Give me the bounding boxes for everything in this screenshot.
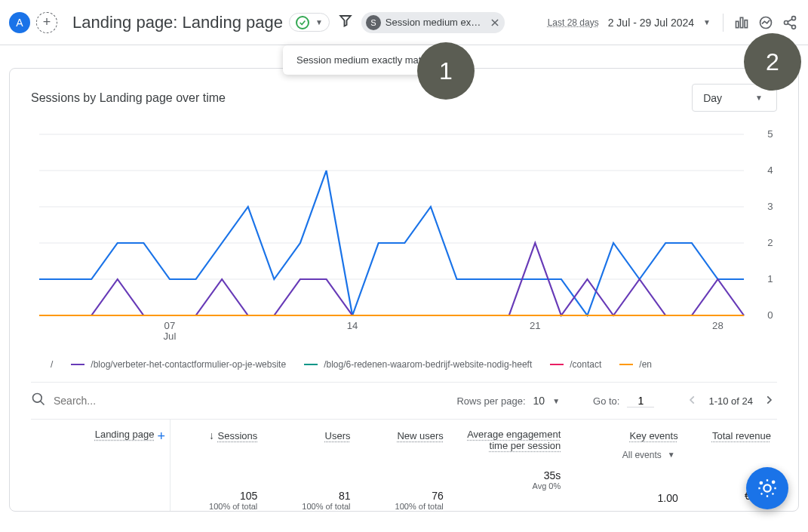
filter-chip-badge: S [366, 15, 381, 30]
divider [723, 14, 724, 32]
data-table: Landing page + ↓ Sessions105100% of tota… [31, 420, 777, 511]
assistant-fab[interactable] [746, 467, 788, 509]
legend-item[interactable]: /blog/verbeter-het-contactformulier-op-j… [71, 359, 286, 370]
page-title: Landing page: Landing page [72, 13, 283, 32]
svg-text:0: 0 [767, 311, 773, 321]
svg-text:21: 21 [530, 321, 541, 331]
add-dimension-button[interactable]: + [157, 429, 165, 444]
metric-column: ↓ Sessions105100% of total [171, 420, 263, 511]
metric-column: Key eventsAll events ▼1.00 [567, 420, 684, 511]
next-page-button[interactable] [760, 393, 777, 409]
column-header[interactable]: Total revenue [712, 430, 771, 441]
close-icon[interactable] [490, 17, 500, 28]
svg-point-32 [773, 481, 774, 483]
metric-column: Average engagement time per session35sAv… [450, 420, 567, 511]
column-header[interactable]: Average engagement time per session [456, 429, 561, 451]
chart-card: Sessions by Landing page over time Day ▼… [9, 68, 799, 512]
table-controls: Rows per page: 10 ▼ Go to: 1-10 of 24 [31, 383, 777, 420]
svg-text:3: 3 [767, 202, 773, 212]
svg-text:14: 14 [347, 321, 358, 331]
add-comparison-button[interactable]: + [36, 12, 57, 33]
annotation-marker-2: 2 [744, 33, 801, 91]
svg-rect-4 [740, 17, 742, 27]
filter-icon[interactable] [339, 14, 352, 31]
search-input[interactable] [54, 395, 204, 407]
total-value: 76 [363, 490, 444, 502]
total-value: 81 [269, 490, 350, 502]
annotation-marker-1: 1 [417, 42, 475, 100]
filter-chip-label: Session medium exact... [386, 17, 485, 28]
status-badge[interactable]: ▼ [289, 13, 330, 32]
customize-icon[interactable] [733, 14, 751, 32]
svg-marker-0 [340, 16, 351, 26]
chevron-down-icon[interactable]: ▼ [700, 15, 714, 29]
svg-text:5: 5 [767, 130, 773, 140]
total-value: 35s [456, 469, 561, 481]
share-icon[interactable] [781, 14, 799, 32]
svg-line-10 [788, 19, 792, 21]
column-header[interactable]: New users [397, 430, 443, 441]
page-header: A + Landing page: Landing page ▼ S Sessi… [0, 0, 808, 45]
chart-title: Sessions by Landing page over time [31, 91, 226, 105]
page-info: 1-10 of 24 [708, 395, 753, 407]
svg-point-33 [760, 482, 762, 484]
total-sub: Avg 0% [456, 481, 561, 490]
rows-per-page-select[interactable]: 10 ▼ [533, 394, 563, 408]
column-sub-select[interactable]: All events ▼ [573, 447, 677, 462]
search-icon[interactable] [31, 392, 46, 410]
dimension-header[interactable]: Landing page [95, 429, 155, 440]
svg-point-9 [792, 25, 796, 29]
legend-item[interactable]: /en [619, 359, 652, 370]
svg-text:4: 4 [767, 166, 773, 176]
total-value: 1.00 [573, 492, 677, 504]
svg-rect-3 [736, 21, 739, 27]
total-value: 105 [177, 490, 257, 502]
sort-arrow-icon: ↓ [209, 429, 214, 441]
svg-point-7 [792, 16, 796, 20]
svg-text:2: 2 [767, 238, 773, 248]
date-range-value[interactable]: 2 Jul - 29 Jul 2024 [608, 17, 694, 29]
metric-column: Users81100% of total [263, 420, 356, 511]
svg-text:07: 07 [164, 321, 176, 331]
granularity-value: Day [703, 92, 722, 104]
svg-rect-5 [745, 20, 747, 27]
legend-item[interactable]: /contact [550, 359, 601, 370]
line-chart[interactable]: 01234507Jul142128 [31, 127, 777, 346]
svg-point-29 [33, 394, 42, 403]
goto-input[interactable] [627, 395, 654, 407]
legend-item[interactable]: /blog/6-redenen-waarom-bedrijf-website-n… [304, 359, 532, 370]
chevron-down-icon: ▼ [752, 91, 766, 105]
check-circle-icon [296, 16, 309, 29]
goto-label: Go to: [593, 395, 619, 407]
total-sub: 100% of total [177, 502, 257, 511]
svg-line-30 [41, 401, 45, 405]
svg-text:1: 1 [767, 275, 773, 284]
column-header[interactable]: Sessions [218, 430, 258, 441]
total-sub: 100% of total [363, 502, 444, 511]
date-range-label: Last 28 days [548, 17, 599, 28]
total-sub: 100% of total [269, 502, 350, 511]
rows-per-page-label: Rows per page: [456, 395, 525, 407]
column-header[interactable]: Users [325, 430, 351, 441]
filter-chip-session-medium[interactable]: S Session medium exact... [361, 12, 505, 33]
svg-text:28: 28 [712, 321, 724, 331]
svg-point-8 [785, 20, 788, 24]
avatar[interactable]: A [9, 12, 30, 33]
insights-icon[interactable] [757, 14, 775, 32]
legend-item[interactable]: / [31, 359, 53, 370]
chart-legend: //blog/verbeter-het-contactformulier-op-… [31, 353, 777, 383]
prev-page-button[interactable] [684, 393, 701, 409]
svg-text:Jul: Jul [164, 332, 177, 342]
svg-line-11 [788, 23, 792, 26]
column-header[interactable]: Key events [629, 430, 677, 441]
svg-point-31 [763, 484, 770, 491]
chevron-down-icon: ▼ [312, 15, 326, 29]
chevron-down-icon: ▼ [549, 394, 563, 408]
metric-column: New users76100% of total [357, 420, 450, 511]
